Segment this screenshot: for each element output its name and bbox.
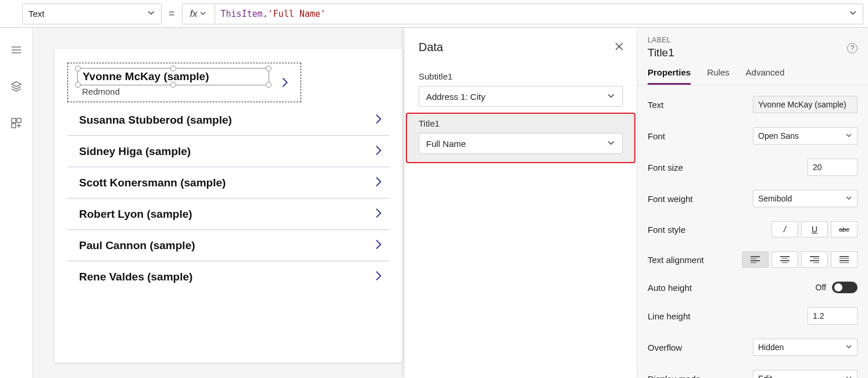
prop-text: Text Yvonne McKay (sample) (645, 89, 860, 120)
display-mode-dropdown[interactable]: Edit (753, 370, 858, 378)
gallery-item-selected[interactable]: Yvonne McKay (sample) Redmond (67, 63, 301, 102)
chevron-right-icon[interactable] (372, 175, 385, 190)
overflow-dropdown[interactable]: Hidden (753, 339, 858, 356)
prop-label: Display mode (648, 374, 701, 379)
chevron-down-icon (147, 9, 155, 19)
prop-overflow: Overflow Hidden (645, 332, 860, 363)
left-rail (0, 28, 33, 378)
prop-auto-height: Auto height Off (645, 275, 860, 300)
chevron-down-icon (845, 131, 852, 141)
gallery-title: Paul Cannon (sample) (79, 239, 195, 252)
line-height-input[interactable]: 1.2 (808, 307, 858, 325)
formula-token-field: 'Full Name' (268, 9, 326, 19)
italic-button[interactable]: / (771, 221, 798, 237)
tab-advanced[interactable]: Advanced (746, 67, 785, 85)
title-field-row-highlighted: Title1 Full Name (406, 113, 635, 163)
auto-height-toggle[interactable] (832, 282, 858, 293)
data-pane-title: Data (419, 41, 623, 54)
formula-token-object: ThisItem (221, 9, 263, 19)
chevron-down-icon (607, 92, 615, 102)
prop-font-size: Font size 20 (645, 152, 860, 183)
gallery-title: Sidney Higa (sample) (79, 145, 191, 158)
prop-font: Font Open Sans (645, 120, 860, 152)
formula-input[interactable]: ThisItem.'Full Name' (215, 3, 863, 24)
prop-label: Font weight (648, 194, 693, 204)
prop-label: Text (648, 100, 664, 110)
prop-label: Line height (648, 311, 690, 321)
align-left-button[interactable] (742, 251, 769, 268)
prop-text-value[interactable]: Yvonne McKay (sample) (753, 96, 858, 113)
align-right-button[interactable] (801, 251, 828, 268)
chevron-right-icon[interactable] (372, 144, 385, 159)
gallery-item[interactable]: Robert Lyon (sample) (67, 199, 390, 230)
formula-bar: Text = fx ThisItem.'Full Name' (0, 0, 868, 28)
control-name: Title1 (648, 46, 856, 59)
props-tabs: Properties Rules Advanced (637, 59, 868, 85)
property-selector[interactable]: Text (22, 3, 162, 24)
chevron-right-icon[interactable] (372, 207, 385, 221)
strikethrough-button[interactable]: abc (831, 221, 858, 237)
prop-label: Text alignment (648, 255, 704, 265)
prop-label: Font (648, 131, 665, 141)
gallery-title: Scott Konersmann (sample) (79, 177, 226, 189)
properties-pane: LABEL Title1 ? Properties Rules Advanced… (637, 28, 868, 378)
data-pane: Data Subtitle1 Address 1: City Title1 Fu… (405, 28, 637, 378)
insert-icon[interactable] (10, 117, 22, 131)
screen-preview: Yvonne McKay (sample) Redmond Susanna St… (55, 49, 402, 362)
gallery-item[interactable]: Paul Cannon (sample) (67, 230, 390, 261)
gallery-subtitle: Redmond (82, 87, 297, 96)
control-type-label: LABEL (648, 36, 856, 44)
subtitle-field-label: Subtitle1 (419, 71, 623, 81)
tab-properties[interactable]: Properties (648, 67, 691, 85)
font-dropdown[interactable]: Open Sans (753, 127, 858, 145)
chevron-right-icon[interactable] (372, 238, 385, 253)
prop-font-style: Font style / U abc (645, 214, 860, 244)
fx-label: fx (190, 9, 197, 19)
chevron-right-icon[interactable] (372, 113, 385, 127)
gallery-item[interactable]: Scott Konersmann (sample) (67, 167, 390, 199)
tab-rules[interactable]: Rules (707, 67, 729, 85)
align-justify-button[interactable] (831, 251, 858, 268)
formula-token-dot: . (263, 9, 268, 19)
chevron-right-icon[interactable] (278, 76, 291, 91)
close-icon[interactable] (615, 42, 624, 53)
align-center-button[interactable] (771, 251, 798, 268)
gallery-item[interactable]: Susanna Stubberod (sample) (67, 105, 390, 136)
gallery-item[interactable]: Rene Valdes (sample) (67, 261, 390, 292)
title-label-selected[interactable]: Yvonne McKay (sample) (77, 68, 269, 85)
subtitle-field-dropdown[interactable]: Address 1: City (419, 86, 623, 107)
gallery-title: Rene Valdes (sample) (79, 271, 192, 283)
prop-text-align: Text alignment (645, 244, 860, 275)
chevron-down-icon (849, 9, 857, 19)
svg-rect-6 (12, 124, 16, 128)
property-selector-value: Text (28, 9, 45, 19)
help-icon[interactable]: ? (847, 43, 858, 53)
gallery-item[interactable]: Sidney Higa (sample) (67, 136, 390, 167)
prop-label: Overflow (648, 343, 682, 352)
prop-display-mode: Display mode Edit (645, 363, 860, 378)
font-size-input[interactable]: 20 (808, 159, 858, 176)
prop-label: Auto height (648, 283, 692, 293)
gallery-title: Susanna Stubberod (sample) (79, 114, 232, 127)
font-weight-dropdown[interactable]: Semibold (753, 190, 858, 207)
prop-font-weight: Font weight Semibold (645, 183, 860, 214)
prop-line-height: Line height 1.2 (645, 300, 860, 332)
chevron-down-icon (845, 374, 852, 378)
gallery-title: Robert Lyon (sample) (79, 208, 192, 221)
chevron-down-icon (607, 139, 615, 149)
equals-sign: = (169, 8, 175, 20)
title-field-label: Title1 (419, 118, 623, 128)
chevron-down-icon (845, 194, 852, 203)
chevron-down-icon (845, 343, 852, 352)
chevron-right-icon[interactable] (372, 269, 385, 284)
prop-label: Font style (648, 225, 685, 235)
hamburger-icon[interactable] (10, 44, 22, 57)
underline-button[interactable]: U (801, 221, 828, 237)
fx-button[interactable]: fx (182, 3, 215, 24)
chevron-down-icon (199, 10, 206, 18)
gallery-title: Yvonne McKay (sample) (83, 70, 209, 83)
toggle-state: Off (816, 283, 826, 292)
svg-marker-3 (12, 82, 21, 87)
title-field-dropdown[interactable]: Full Name (419, 133, 623, 154)
layers-icon[interactable] (10, 81, 22, 94)
